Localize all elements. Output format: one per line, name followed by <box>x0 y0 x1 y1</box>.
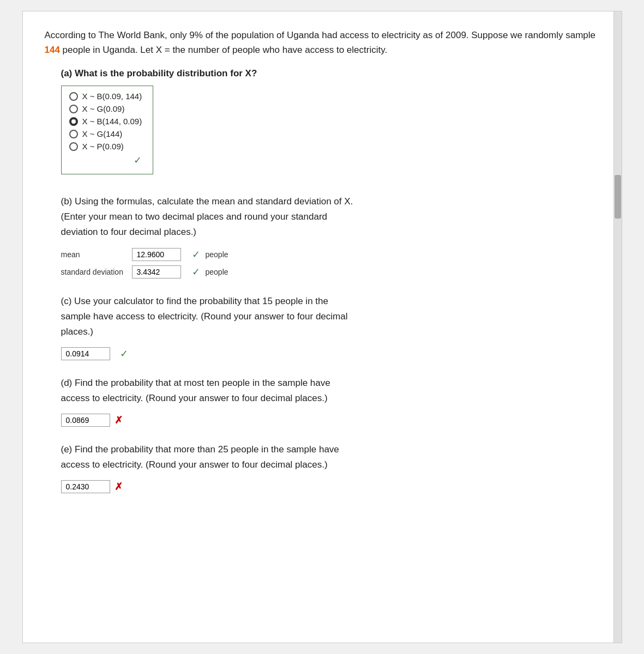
part-c-checkmark: ✓ <box>120 348 128 360</box>
radio-label-5: X ~ P(0.09) <box>82 142 124 151</box>
intro-text-before: According to The World Bank, only 9% of … <box>45 30 596 40</box>
radio-label-2: X ~ G(0.09) <box>82 104 125 113</box>
part-b-line3: deviation to four decimal places.) <box>61 227 197 237</box>
part-a-checkmark-row: ✓ <box>69 154 142 166</box>
radio-option-4[interactable]: X ~ G(144) <box>69 129 142 138</box>
page-container: According to The World Bank, only 9% of … <box>22 11 622 643</box>
sd-label: standard deviation <box>61 268 127 276</box>
radio-option-5[interactable]: X ~ P(0.09) <box>69 142 142 151</box>
part-e-answer-row: ✗ <box>61 480 600 493</box>
radio-circle-3[interactable] <box>69 117 78 126</box>
radio-circle-4[interactable] <box>69 130 78 138</box>
radio-option-1[interactable]: X ~ B(0.09, 144) <box>69 92 142 101</box>
part-d-text: (d) Find the probability that at most te… <box>61 376 600 406</box>
part-c-answer-row: ✓ <box>61 347 600 360</box>
part-d-line1: (d) Find the probability that at most te… <box>61 378 330 388</box>
radio-circle-5[interactable] <box>69 142 78 151</box>
mean-checkmark: ✓ <box>192 249 200 261</box>
part-e-xmark: ✗ <box>115 481 123 493</box>
radio-options-box: X ~ B(0.09, 144) X ~ G(0.09) X ~ B(144, … <box>61 86 154 174</box>
sd-checkmark: ✓ <box>192 266 200 278</box>
intro-paragraph: According to The World Bank, only 9% of … <box>45 28 600 57</box>
part-e-line1: (e) Find the probability that more than … <box>61 444 339 455</box>
part-d-section: (d) Find the probability that at most te… <box>45 376 600 427</box>
radio-circle-2[interactable] <box>69 105 78 113</box>
part-c-line3: places.) <box>61 326 94 337</box>
mean-unit: people <box>206 250 228 259</box>
part-d-line2: access to electricity. (Round your answe… <box>61 393 328 403</box>
part-b-line2: (Enter your mean to two decimal places a… <box>61 211 328 222</box>
radio-label-3: X ~ B(144, 0.09) <box>82 117 142 126</box>
part-c-text: (c) Use your calculator to find the prob… <box>61 294 600 340</box>
sd-input[interactable] <box>132 265 181 278</box>
radio-circle-1[interactable] <box>69 92 78 101</box>
radio-option-3[interactable]: X ~ B(144, 0.09) <box>69 117 142 126</box>
part-b-line1: (b) Using the formulas, calculate the me… <box>61 196 353 207</box>
part-a-checkmark: ✓ <box>134 154 142 166</box>
part-d-xmark: ✗ <box>115 414 123 426</box>
radio-label-1: X ~ B(0.09, 144) <box>82 92 142 101</box>
mean-input[interactable] <box>132 248 181 261</box>
part-c-line1: (c) Use your calculator to find the prob… <box>61 296 328 306</box>
part-d-answer-row: ✗ <box>61 414 600 427</box>
radio-label-4: X ~ G(144) <box>82 129 123 138</box>
part-a-label: (a) What is the probability distribution… <box>61 68 600 79</box>
part-e-section: (e) Find the probability that more than … <box>45 442 600 493</box>
part-b-text: (b) Using the formulas, calculate the me… <box>61 194 600 240</box>
part-e-text: (e) Find the probability that more than … <box>61 442 600 473</box>
part-c-line2: sample have access to electricity. (Roun… <box>61 311 348 322</box>
part-a-section: (a) What is the probability distribution… <box>45 68 600 179</box>
part-c-section: (c) Use your calculator to find the prob… <box>45 294 600 360</box>
part-e-input[interactable] <box>61 480 110 493</box>
part-b-section: (b) Using the formulas, calculate the me… <box>45 194 600 278</box>
radio-option-2[interactable]: X ~ G(0.09) <box>69 104 142 113</box>
sd-row: standard deviation ✓ people <box>61 265 600 278</box>
part-e-line2: access to electricity. (Round your answe… <box>61 459 328 470</box>
part-d-input[interactable] <box>61 414 110 427</box>
highlight-number: 144 <box>45 45 60 55</box>
sd-unit: people <box>206 268 228 276</box>
mean-row: mean ✓ people <box>61 248 600 261</box>
mean-label: mean <box>61 250 127 259</box>
scrollbar-thumb[interactable] <box>615 175 621 219</box>
intro-text-after: people in Uganda. Let X = the number of … <box>60 45 387 55</box>
part-c-input[interactable] <box>61 347 110 360</box>
